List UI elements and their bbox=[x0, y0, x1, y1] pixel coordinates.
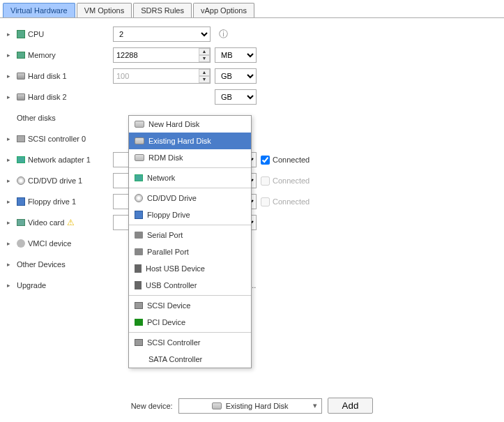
menu-label: Network bbox=[147, 174, 175, 182]
memory-down[interactable]: ▼ bbox=[199, 55, 210, 62]
row-vmci: ▸ VMCI device bbox=[6, 233, 498, 254]
cpu-icon bbox=[17, 30, 25, 38]
cpu-select[interactable]: 2 bbox=[113, 27, 211, 42]
expand-floppy[interactable]: ▸ bbox=[7, 198, 14, 205]
hd1-unit[interactable]: GB bbox=[215, 68, 257, 84]
menu-label: Existing Hard Disk bbox=[148, 137, 211, 145]
cdrom-icon bbox=[17, 176, 25, 185]
menu-cd-dvd[interactable]: CD/DVD Drive bbox=[129, 190, 251, 206]
memory-input[interactable] bbox=[113, 47, 211, 63]
scsi-controller-icon bbox=[135, 339, 143, 346]
upgrade-label: Upgrade bbox=[17, 281, 46, 289]
menu-scsi-device[interactable]: SCSI Device bbox=[129, 297, 251, 314]
scsi-controller-icon bbox=[17, 135, 25, 142]
cd-connected[interactable]: Connected bbox=[261, 176, 310, 186]
video-label: Video card bbox=[28, 218, 64, 227]
menu-label: CD/DVD Drive bbox=[147, 194, 197, 202]
video-card-icon bbox=[17, 219, 25, 226]
menu-sata-controller[interactable]: SATA Controller bbox=[129, 351, 251, 368]
connected-text: Connected bbox=[273, 176, 310, 185]
menu-rdm-disk[interactable]: RDM Disk bbox=[129, 149, 251, 166]
new-device-select[interactable]: Existing Hard Disk bbox=[178, 398, 322, 414]
expand-memory[interactable]: ▸ bbox=[7, 52, 14, 59]
warning-icon: ⚠ bbox=[67, 218, 75, 227]
floppy-icon bbox=[135, 211, 143, 219]
menu-separator bbox=[129, 188, 251, 188]
harddisk-icon bbox=[212, 402, 222, 409]
expand-vmci[interactable]: ▸ bbox=[7, 240, 14, 247]
row-memory: ▸ Memory ▲▼ MB bbox=[6, 45, 498, 66]
expand-hd2[interactable]: ▸ bbox=[7, 93, 14, 100]
expand-cd[interactable]: ▸ bbox=[7, 177, 14, 184]
menu-new-hard-disk[interactable]: New Hard Disk bbox=[129, 116, 251, 133]
hd1-up[interactable]: ▲ bbox=[199, 69, 210, 76]
vmci-icon bbox=[17, 239, 25, 248]
expand-upgrade[interactable]: ▸ bbox=[7, 282, 14, 289]
tab-vapp-options[interactable]: vApp Options bbox=[193, 3, 254, 17]
tab-sdrs-rules[interactable]: SDRS Rules bbox=[133, 3, 192, 17]
menu-separator bbox=[129, 225, 251, 225]
harddisk-icon bbox=[135, 137, 144, 144]
memory-label: Memory bbox=[28, 51, 56, 59]
floppy-icon bbox=[17, 197, 25, 206]
net-connected[interactable]: Connected bbox=[261, 156, 310, 165]
menu-floppy[interactable]: Floppy Drive bbox=[129, 206, 251, 223]
menu-serial-port[interactable]: Serial Port bbox=[129, 227, 251, 243]
menu-scsi-controller[interactable]: SCSI Controller bbox=[129, 334, 251, 351]
row-other-disks: Other disks bbox=[6, 107, 498, 128]
tab-bar: Virtual Hardware VM Options SDRS Rules v… bbox=[0, 0, 504, 18]
usb-controller-icon bbox=[135, 281, 142, 289]
cd-connected-checkbox[interactable] bbox=[261, 176, 270, 186]
menu-label: SCSI Device bbox=[147, 301, 190, 310]
menu-label: New Hard Disk bbox=[148, 120, 199, 128]
memory-icon bbox=[17, 52, 25, 59]
memory-up[interactable]: ▲ bbox=[199, 48, 210, 55]
vmci-label: VMCI device bbox=[28, 239, 71, 248]
expand-cpu[interactable]: ▸ bbox=[7, 31, 14, 38]
harddisk-icon bbox=[135, 154, 144, 161]
menu-pci-device[interactable]: PCI Device bbox=[129, 314, 251, 331]
expand-hd1[interactable]: ▸ bbox=[7, 73, 14, 80]
expand-video[interactable]: ▸ bbox=[7, 219, 14, 226]
network-adapter-icon bbox=[17, 156, 25, 163]
menu-separator bbox=[129, 332, 251, 333]
add-button[interactable]: Add bbox=[328, 398, 374, 414]
cd-label: CD/DVD drive 1 bbox=[28, 176, 82, 185]
tab-vm-options[interactable]: VM Options bbox=[77, 3, 132, 17]
row-hd2: ▸ Hard disk 2 GB bbox=[6, 86, 498, 107]
harddisk-icon bbox=[135, 121, 144, 128]
expand-other-devices[interactable]: ▸ bbox=[7, 261, 14, 268]
floppy-connected[interactable]: Connected bbox=[261, 197, 310, 206]
menu-label: RDM Disk bbox=[148, 153, 183, 162]
net-label: Network adapter 1 bbox=[28, 156, 91, 164]
row-cdrom: ▸ CD/DVD drive 1 Connected bbox=[6, 170, 498, 191]
hd1-label: Hard disk 1 bbox=[28, 72, 67, 80]
menu-host-usb[interactable]: Host USB Device bbox=[129, 260, 251, 277]
menu-parallel-port[interactable]: Parallel Port bbox=[129, 243, 251, 260]
menu-usb-controller[interactable]: USB Controller bbox=[129, 277, 251, 294]
hd1-input[interactable] bbox=[113, 68, 211, 84]
serial-port-icon bbox=[135, 232, 143, 239]
row-upgrade: ▸ Upgrade ity Upgrade... bbox=[6, 275, 498, 296]
harddisk-icon bbox=[17, 73, 25, 80]
other-devices-label: Other Devices bbox=[17, 260, 66, 269]
floppy-connected-checkbox[interactable] bbox=[261, 197, 270, 206]
tab-virtual-hardware[interactable]: Virtual Hardware bbox=[3, 3, 75, 17]
menu-existing-hard-disk[interactable]: Existing Hard Disk bbox=[129, 133, 251, 149]
other-disks-label: Other disks bbox=[17, 114, 56, 122]
hd2-label: Hard disk 2 bbox=[28, 93, 67, 101]
net-connected-checkbox[interactable] bbox=[261, 156, 270, 165]
menu-network[interactable]: Network bbox=[129, 169, 251, 186]
hd1-down[interactable]: ▼ bbox=[199, 76, 210, 83]
usb-icon bbox=[135, 264, 142, 273]
scsi-device-icon bbox=[135, 302, 143, 309]
hd2-unit[interactable]: GB bbox=[215, 89, 257, 105]
network-icon bbox=[135, 174, 143, 181]
memory-unit[interactable]: MB bbox=[215, 47, 257, 63]
expand-net[interactable]: ▸ bbox=[7, 156, 14, 163]
expand-scsi[interactable]: ▸ bbox=[7, 135, 14, 142]
row-cpu: ▸ CPU 2 ⓘ bbox=[6, 24, 498, 45]
new-device-value: Existing Hard Disk bbox=[226, 402, 289, 410]
info-icon[interactable]: ⓘ bbox=[219, 28, 228, 40]
row-other-devices: ▸ Other Devices bbox=[6, 254, 498, 275]
